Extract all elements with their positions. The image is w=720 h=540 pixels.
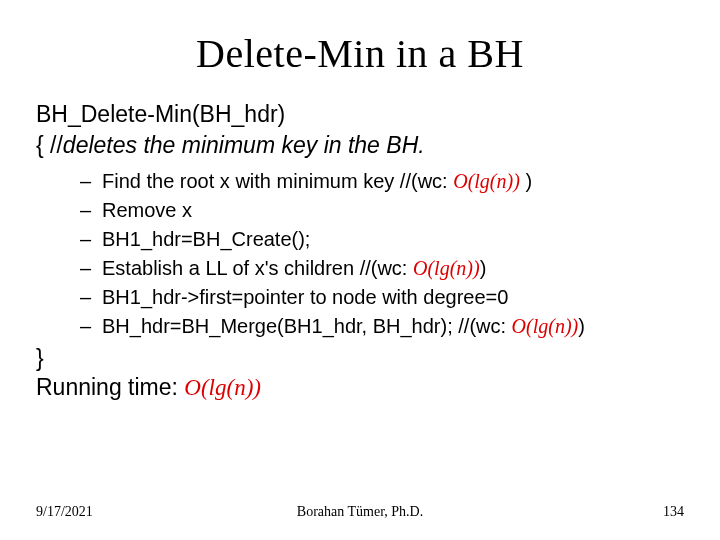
footer: 9/17/2021 Borahan Tümer, Ph.D. 134: [36, 504, 684, 520]
close-brace: }: [36, 345, 684, 372]
footer-date: 9/17/2021: [36, 504, 93, 520]
complexity: O(lg(n)): [512, 315, 579, 337]
function-signature: BH_Delete-Min(BH_hdr): [36, 99, 684, 130]
dash-icon: –: [80, 283, 102, 312]
brace-prefix: { //: [36, 132, 63, 158]
function-comment: deletes the minimum key in the BH.: [63, 132, 425, 158]
bullet-text: Find the root x with minimum key //(wc: …: [102, 167, 532, 196]
list-item: – Find the root x with minimum key //(wc…: [80, 167, 684, 196]
bullet-post: ): [480, 257, 487, 279]
bullet-text: BH1_hdr->first=pointer to node with degr…: [102, 283, 508, 312]
complexity: O(lg(n)): [413, 257, 480, 279]
footer-author: Borahan Tümer, Ph.D.: [297, 504, 423, 520]
list-item: – BH1_hdr=BH_Create();: [80, 225, 684, 254]
bullet-post: ): [578, 315, 585, 337]
bullet-pre: Establish a LL of x's children //(wc:: [102, 257, 413, 279]
list-item: – Remove x: [80, 196, 684, 225]
dash-icon: –: [80, 312, 102, 341]
dash-icon: –: [80, 196, 102, 225]
bullet-pre: BH1_hdr->first=pointer to node with degr…: [102, 286, 508, 308]
bullet-text: Establish a LL of x's children //(wc: O(…: [102, 254, 486, 283]
bullet-text: Remove x: [102, 196, 192, 225]
bullet-pre: Remove x: [102, 199, 192, 221]
bullet-list: – Find the root x with minimum key //(wc…: [80, 167, 684, 341]
list-item: – BH_hdr=BH_Merge(BH1_hdr, BH_hdr); //(w…: [80, 312, 684, 341]
footer-page: 134: [663, 504, 684, 520]
bullet-pre: Find the root x with minimum key //(wc:: [102, 170, 453, 192]
slide-title: Delete-Min in a BH: [36, 30, 684, 77]
bullet-text: BH1_hdr=BH_Create();: [102, 225, 310, 254]
dash-icon: –: [80, 225, 102, 254]
open-brace-comment: { //deletes the minimum key in the BH.: [36, 130, 684, 161]
runtime-label: Running time:: [36, 374, 184, 400]
runtime-complexity: O(lg(n)): [184, 375, 261, 400]
list-item: – BH1_hdr->first=pointer to node with de…: [80, 283, 684, 312]
bullet-post: ): [520, 170, 532, 192]
complexity: O(lg(n)): [453, 170, 520, 192]
list-item: – Establish a LL of x's children //(wc: …: [80, 254, 684, 283]
dash-icon: –: [80, 167, 102, 196]
slide: Delete-Min in a BH BH_Delete-Min(BH_hdr)…: [0, 0, 720, 540]
bullet-pre: BH_hdr=BH_Merge(BH1_hdr, BH_hdr); //(wc:: [102, 315, 512, 337]
dash-icon: –: [80, 254, 102, 283]
bullet-text: BH_hdr=BH_Merge(BH1_hdr, BH_hdr); //(wc:…: [102, 312, 585, 341]
bullet-pre: BH1_hdr=BH_Create();: [102, 228, 310, 250]
running-time: Running time: O(lg(n)): [36, 374, 684, 401]
